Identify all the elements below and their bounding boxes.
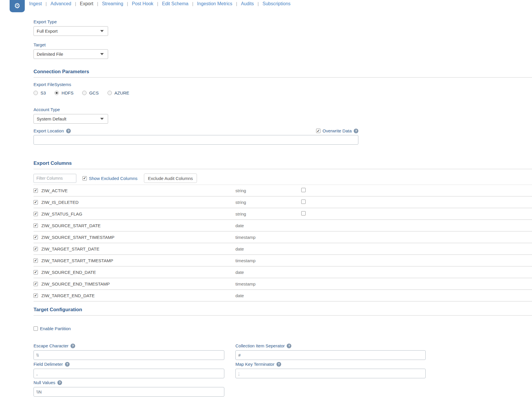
table-row: ZIW_IS_DELETEDstring (34, 197, 532, 208)
nav-separator: | (97, 1, 98, 6)
nav-link-ingestion-metrics[interactable]: Ingestion Metrics (197, 1, 232, 6)
filesystem-radio-gcs[interactable]: GCS (82, 90, 99, 95)
target-select[interactable]: Delimited File (34, 49, 108, 59)
top-bar: ⚙ Ingest|Advanced|Export|Streaming|Post … (0, 0, 532, 10)
enable-partition-item[interactable]: Enable Partition (34, 326, 532, 331)
column-name: ZIW_TARGET_START_TIMESTAMP (41, 258, 113, 263)
overwrite-data-checkbox-item[interactable]: Overwrite Data ? (316, 128, 358, 133)
radio-icon[interactable] (108, 91, 112, 95)
column-name: ZIW_IS_DELETED (41, 200, 79, 205)
column-type: string (235, 188, 301, 193)
filesystem-radio-label: HDFS (61, 90, 73, 95)
export-columns-table: ZIW_ACTIVEstringZIW_IS_DELETEDstringZIW_… (34, 185, 532, 302)
show-excluded-columns-checkbox[interactable] (82, 176, 87, 181)
column-include-checkbox[interactable] (34, 270, 38, 274)
column-type: date (235, 270, 301, 275)
field-escape-character: Escape Character? (34, 343, 224, 360)
nav-link-subscriptions[interactable]: Subscriptions (263, 1, 290, 6)
enable-partition-checkbox[interactable] (34, 326, 38, 331)
column-name-cell: ZIW_SOURCE_START_DATE (34, 223, 235, 228)
filesystem-radio-label: S3 (40, 90, 46, 95)
filesystem-radio-hdfs[interactable]: HDFS (54, 90, 73, 95)
filesystem-radio-azure[interactable]: AZURE (108, 90, 129, 95)
radio-icon[interactable] (54, 91, 59, 95)
filesystem-radio-group: S3HDFSGCSAZURE (34, 90, 532, 95)
column-include-checkbox[interactable] (34, 282, 38, 286)
column-name-cell: ZIW_ACTIVE (34, 188, 235, 193)
column-extra-checkbox[interactable] (301, 188, 306, 192)
radio-icon[interactable] (34, 91, 38, 95)
help-icon[interactable]: ? (354, 129, 358, 133)
chevron-down-icon (100, 118, 104, 120)
show-excluded-columns-item[interactable]: Show Excluded Columns (82, 176, 138, 181)
exclude-audit-columns-button[interactable]: Exclude Audit Columns (144, 174, 197, 183)
top-nav: Ingest|Advanced|Export|Streaming|Post Ho… (29, 1, 290, 6)
column-type: date (235, 293, 301, 298)
account-type-select[interactable]: System Default (34, 114, 108, 124)
field-label-text: Escape Character (34, 343, 68, 348)
column-name: ZIW_SOURCE_START_DATE (41, 223, 101, 228)
filesystem-radio-s3[interactable]: S3 (34, 90, 46, 95)
help-icon[interactable]: ? (65, 362, 70, 367)
table-row: ZIW_ACTIVEstring (34, 185, 532, 197)
export-type-value: Full Export (37, 29, 58, 34)
nav-link-post-hook[interactable]: Post Hook (132, 1, 154, 6)
nav-link-export[interactable]: Export (80, 1, 93, 6)
nav-separator: | (127, 1, 128, 6)
export-type-select[interactable]: Full Export (34, 26, 108, 36)
column-name: ZIW_TARGET_END_DATE (41, 293, 95, 298)
column-include-checkbox[interactable] (34, 258, 38, 263)
nav-link-streaming[interactable]: Streaming (102, 1, 123, 6)
column-name-cell: ZIW_TARGET_END_DATE (34, 293, 235, 298)
help-icon[interactable]: ? (71, 344, 75, 348)
filesystem-radio-label: GCS (89, 90, 99, 95)
nav-link-advanced[interactable]: Advanced (50, 1, 71, 6)
export-type-label: Export Type (34, 19, 532, 24)
export-location-input[interactable] (34, 135, 358, 145)
column-type: timestamp (235, 258, 301, 263)
column-include-checkbox[interactable] (34, 223, 38, 228)
field-collection-item-seperator-input[interactable] (235, 350, 426, 360)
delimiter-fields-grid: Escape Character?Collection Item Seperat… (34, 343, 426, 397)
target-configuration-heading: Target Configuration (34, 307, 532, 316)
field-null-values-input[interactable] (34, 387, 224, 397)
nav-link-edit-schema[interactable]: Edit Schema (162, 1, 189, 6)
column-include-checkbox[interactable] (34, 200, 38, 204)
column-include-checkbox[interactable] (34, 235, 38, 239)
help-icon[interactable]: ? (57, 380, 62, 385)
help-icon[interactable]: ? (276, 362, 281, 367)
field-map-key-terminator-input[interactable] (235, 369, 426, 378)
filesystem-radio-label: AZURE (114, 90, 129, 95)
table-row: ZIW_SOURCE_END_TIMESTAMPtimestamp (34, 278, 532, 290)
column-extra-checkbox[interactable] (301, 211, 306, 216)
show-excluded-columns-label: Show Excluded Columns (89, 176, 138, 181)
export-columns-heading: Export Columns (34, 160, 532, 169)
field-field-delimeter-input[interactable] (34, 369, 224, 378)
nav-separator: | (75, 1, 76, 6)
column-include-checkbox[interactable] (34, 212, 38, 216)
field-label-text: Collection Item Seperator (235, 343, 285, 348)
field-label-text: Map Key Terminator (235, 362, 274, 367)
column-extra-checkbox[interactable] (301, 200, 306, 204)
filter-columns-input[interactable] (34, 174, 76, 183)
field-label: Escape Character? (34, 343, 224, 348)
column-include-checkbox[interactable] (34, 188, 38, 193)
radio-icon[interactable] (82, 91, 87, 95)
settings-gear-button[interactable]: ⚙ (10, 0, 25, 12)
table-row: ZIW_TARGET_START_DATEdate (34, 243, 532, 255)
help-icon[interactable]: ? (66, 129, 71, 133)
nav-link-ingest[interactable]: Ingest (29, 1, 42, 6)
column-type: timestamp (235, 235, 301, 240)
help-icon[interactable]: ? (287, 344, 291, 348)
nav-separator: | (157, 1, 158, 6)
column-name-cell: ZIW_STATUS_FLAG (34, 211, 235, 216)
overwrite-data-checkbox[interactable] (316, 129, 320, 133)
nav-link-audits[interactable]: Audits (241, 1, 254, 6)
field-escape-character-input[interactable] (34, 350, 224, 360)
table-row: ZIW_TARGET_START_TIMESTAMPtimestamp (34, 255, 532, 267)
account-type-group: Account Type System Default (34, 107, 532, 124)
export-location-row: Export Location ? Overwrite Data ? (34, 128, 358, 133)
column-include-checkbox[interactable] (34, 247, 38, 251)
column-include-checkbox[interactable] (34, 293, 38, 298)
column-name-cell: ZIW_SOURCE_START_TIMESTAMP (34, 235, 235, 240)
